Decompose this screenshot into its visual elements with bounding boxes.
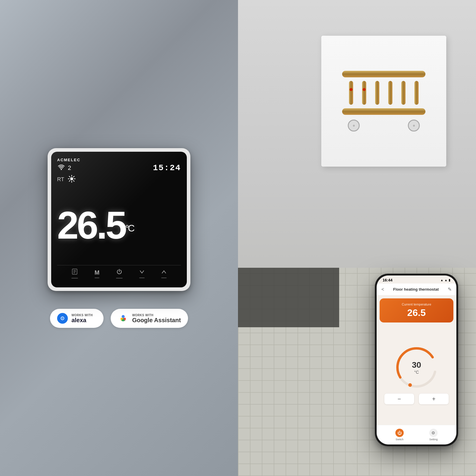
vertical-pipes-row [349, 81, 419, 105]
plus-button[interactable]: + [419, 394, 449, 404]
svg-line-9 [69, 181, 70, 181]
schedule-button[interactable] [71, 268, 78, 278]
rt-label: RT [57, 176, 64, 183]
alexa-text: WORKS WITH alexa [71, 314, 93, 323]
vertical-pipe-2 [362, 81, 366, 105]
dial-unit: °C [412, 370, 421, 375]
rt-row: RT [57, 175, 181, 184]
temp-unit: °C [125, 223, 134, 233]
time-display: 15:24 [153, 163, 181, 173]
dial-center: 30 °C [412, 360, 421, 375]
svg-point-1 [70, 177, 73, 180]
google-assistant-badge: WORKS WITH Google Assistant [111, 309, 188, 328]
temperature-display: 26.5 °C [57, 185, 181, 265]
phone-outer: 16:44 ▲ ▲ ▮ < Floor heating thermostat ✎… [375, 274, 458, 446]
svg-point-17 [122, 315, 125, 318]
m-button[interactable]: M [95, 269, 100, 278]
svg-point-0 [61, 169, 62, 170]
vertical-pipe-1 [349, 81, 353, 105]
sun-icon [68, 175, 76, 184]
thermostat-screen: ACMELEC 2 15:24 RT [51, 152, 187, 287]
svg-line-7 [73, 181, 74, 181]
back-button[interactable]: < [381, 287, 384, 292]
thermostat-device: ACMELEC 2 15:24 RT [48, 148, 190, 291]
phone-screen: 16:44 ▲ ▲ ▮ < Floor heating thermostat ✎… [377, 275, 456, 444]
temp-down-button[interactable] [139, 269, 145, 278]
alexa-name-label: alexa [71, 317, 93, 323]
gauge-2: ⊙ [408, 120, 420, 131]
google-assistant-name-label: Google Assistant [132, 317, 181, 323]
dial-set-temp: 30 [412, 360, 421, 370]
alexa-icon [57, 313, 68, 324]
temp-up-button[interactable] [161, 269, 167, 278]
signal-icon: ▲ [440, 278, 443, 282]
badge-area: WORKS WITH alexa WORKS WITH Google Assis… [50, 309, 188, 328]
power-button[interactable] [116, 268, 123, 278]
svg-line-6 [69, 176, 70, 177]
red-valve-1 [350, 88, 353, 91]
google-assistant-icon [118, 313, 129, 324]
vertical-pipe-6 [414, 81, 419, 105]
manifold-pipes-visual: ⊙ ⊙ [342, 71, 425, 131]
left-panel: ACMELEC 2 15:24 RT [0, 0, 238, 476]
dial-area: 30 °C − + [377, 325, 456, 425]
vertical-pipe-4 [388, 81, 392, 105]
wifi-status-icon: ▲ [444, 278, 447, 282]
temperature-dial[interactable]: 30 °C [393, 344, 440, 391]
setting-icon: ⚙ [429, 429, 438, 437]
heating-mat [238, 268, 339, 327]
gauge-1: ⊙ [348, 120, 360, 131]
phone-container: 16:44 ▲ ▲ ▮ < Floor heating thermostat ✎… [375, 274, 470, 464]
google-works-with-label: WORKS WITH [132, 314, 181, 317]
setting-label: Setting [429, 438, 438, 441]
top-horizontal-pipe [342, 71, 425, 77]
alexa-badge: WORKS WITH alexa [50, 309, 104, 328]
schedule-number: 2 [68, 165, 71, 171]
phone-nav-bar: < Floor heating thermostat ✎ [377, 284, 456, 295]
phone-nav-title: Floor heating thermostat [393, 287, 439, 292]
control-buttons-row: − + [380, 391, 453, 407]
thermostat-button-row: M [57, 265, 181, 281]
brand-label: ACMELEC [57, 158, 181, 162]
alexa-works-with-label: WORKS WITH [71, 314, 93, 317]
phone-time: 16:44 [383, 278, 392, 282]
temp-value: 26.5 [57, 208, 125, 243]
wifi-icon [57, 164, 65, 172]
manifold-content: ⊙ ⊙ [321, 36, 446, 167]
current-temp-value: 26.5 [384, 307, 449, 318]
switch-label: Switch [396, 438, 404, 441]
google-text: WORKS WITH Google Assistant [132, 314, 181, 323]
setting-tab[interactable]: ⚙ Setting [429, 429, 438, 441]
svg-point-16 [62, 318, 63, 319]
current-temp-label: Current temperature [384, 303, 449, 306]
phone-status-bar: 16:44 ▲ ▲ ▮ [377, 275, 456, 284]
switch-tab[interactable]: ⏻ Switch [395, 429, 404, 441]
current-temp-card: Current temperature 26.5 [380, 298, 453, 322]
vertical-pipe-5 [401, 81, 405, 105]
top-status-row: 2 15:24 [57, 163, 181, 173]
battery-icon: ▮ [449, 278, 450, 282]
phone-status-icons: ▲ ▲ ▮ [440, 278, 450, 282]
minus-button[interactable]: − [384, 394, 414, 404]
switch-icon: ⏻ [395, 429, 404, 437]
phone-bottom-bar: ⏻ Switch ⚙ Setting [377, 425, 456, 444]
edit-button[interactable]: ✎ [448, 286, 452, 292]
svg-line-8 [73, 176, 74, 177]
manifold-mount: ⊙ ⊙ [321, 36, 446, 167]
red-valve-2 [363, 88, 366, 91]
bottom-horizontal-pipe [342, 108, 425, 115]
vertical-pipe-3 [375, 81, 379, 105]
right-panel: ⊙ ⊙ 16:44 ▲ ▲ ▮ [238, 0, 476, 476]
